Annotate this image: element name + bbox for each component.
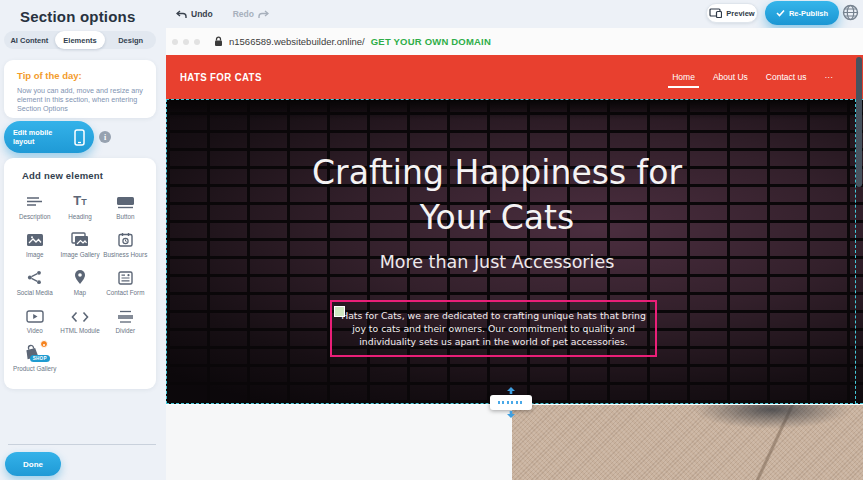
video-icon — [26, 310, 44, 323]
description-icon — [26, 196, 43, 209]
heading-icon: TT — [73, 194, 86, 209]
get-your-own-domain-link[interactable]: GET YOUR OWN DOMAIN — [371, 36, 491, 47]
done-button[interactable]: Done — [5, 452, 61, 476]
resize-arrow-down-icon — [506, 411, 516, 418]
undo-icon — [176, 10, 187, 19]
add-element-social-media[interactable]: Social Media — [12, 265, 57, 303]
hero-paragraph-text: Hats for Cats, we are dedicated to craft… — [341, 310, 646, 347]
grid-empty-cell — [103, 341, 148, 379]
add-element-map[interactable]: Map — [57, 265, 102, 303]
address-bar[interactable]: n1566589.websitebuilder.online/ GET YOUR… — [214, 36, 491, 47]
hero-paragraph-selected[interactable]: Hats for Cats, we are dedicated to craft… — [330, 300, 657, 357]
add-element-video[interactable]: Video — [12, 303, 57, 341]
add-element-business-hours[interactable]: Business Hours — [103, 227, 148, 265]
hero-section-selected[interactable]: Crafting Happiness for Your Cats More th… — [166, 99, 863, 404]
phone-icon — [74, 129, 85, 146]
republish-label: Re-Publish — [789, 9, 828, 18]
sidebar-tabs: AI Content Elements Design — [4, 31, 156, 49]
image-icon — [26, 233, 44, 247]
info-button[interactable]: i — [99, 131, 111, 143]
add-element-description[interactable]: Description — [12, 189, 57, 227]
resize-handle-dashes — [498, 401, 525, 404]
contact-form-icon — [118, 271, 133, 285]
language-globe-button[interactable] — [842, 4, 859, 21]
add-element-divider[interactable]: Divider — [103, 303, 148, 341]
undo-redo-group: Undo Redo — [176, 9, 269, 19]
redo-button[interactable]: Redo — [233, 9, 269, 19]
business-hours-icon — [118, 232, 133, 247]
redo-icon — [258, 10, 269, 19]
page-title: Section options — [20, 8, 136, 25]
site-nav: Home About Us Contact us ··· — [672, 55, 833, 99]
nav-contact-us[interactable]: Contact us — [766, 68, 807, 86]
site-logo[interactable]: HATS FOR CATS — [180, 71, 262, 83]
tab-ai-content[interactable]: AI Content — [4, 31, 55, 49]
add-element-image[interactable]: Image — [12, 227, 57, 265]
section-resize-handle[interactable] — [490, 395, 532, 410]
add-new-element-panel: Add new element Description TT Heading B… — [4, 158, 156, 389]
tip-body: Now you can add, move and resize any ele… — [17, 86, 143, 113]
hero-heading[interactable]: Crafting Happiness for Your Cats — [167, 150, 827, 240]
edit-mobile-layout-label: Edit mobile layout — [13, 128, 67, 146]
element-drag-handle[interactable] — [334, 306, 345, 317]
element-grid: Description TT Heading Button Image Imag… — [12, 189, 148, 379]
add-element-product-gallery[interactable]: SHOP Product Gallery — [12, 341, 57, 379]
edit-mobile-layout-button[interactable]: Edit mobile layout — [4, 121, 94, 153]
undo-button[interactable]: Undo — [176, 9, 213, 19]
tip-of-the-day-card: Tip of the day: Now you can add, move an… — [4, 60, 156, 118]
divider-icon — [117, 310, 134, 323]
add-element-heading[interactable]: TT Heading — [57, 189, 102, 227]
website-builder-app: Section options Undo Redo Preview Re-Pub… — [0, 0, 863, 480]
map-pin-icon — [74, 269, 86, 285]
shop-badge: SHOP — [30, 355, 50, 362]
browser-chrome: n1566589.websitebuilder.online/ GET YOUR… — [166, 28, 863, 55]
globe-icon — [842, 4, 859, 21]
tab-design[interactable]: Design — [105, 31, 156, 49]
site-preview: n1566589.websitebuilder.online/ GET YOUR… — [166, 28, 863, 480]
republish-button[interactable]: Re-Publish — [765, 1, 839, 25]
tab-elements[interactable]: Elements — [55, 31, 106, 49]
button-icon — [116, 196, 135, 209]
preview-label: Preview — [726, 9, 754, 18]
devices-icon — [709, 8, 722, 18]
nav-more-menu[interactable]: ··· — [825, 68, 834, 86]
add-panel-title: Add new element — [22, 170, 148, 181]
preview-button[interactable]: Preview — [706, 3, 758, 23]
resize-arrow-up-icon — [506, 387, 516, 394]
preview-scrollbar[interactable] — [856, 57, 862, 187]
nav-home[interactable]: Home — [672, 68, 695, 86]
hero-subheading[interactable]: More than Just Accessories — [167, 252, 827, 272]
browser-window-dots — [172, 39, 200, 45]
tip-title: Tip of the day: — [17, 70, 143, 81]
url-text: n1566589.websitebuilder.online/ — [229, 36, 365, 47]
redo-label: Redo — [233, 9, 254, 19]
product-gallery-notification-badge — [40, 340, 48, 348]
social-media-icon — [27, 270, 42, 285]
html-module-icon — [71, 311, 89, 323]
check-icon — [776, 9, 785, 17]
add-element-contact-form[interactable]: Contact Form — [103, 265, 148, 303]
image-gallery-icon — [71, 232, 89, 247]
nav-about-us[interactable]: About Us — [713, 68, 748, 86]
undo-label: Undo — [191, 9, 213, 19]
hero-heading-line2: Your Cats — [167, 195, 827, 240]
site-header: HATS FOR CATS Home About Us Contact us ·… — [166, 55, 863, 99]
sand-photo — [512, 405, 863, 480]
sidebar-divider — [8, 444, 156, 445]
add-element-button[interactable]: Button — [103, 189, 148, 227]
add-element-html-module[interactable]: HTML Module — [57, 303, 102, 341]
grid-empty-cell — [57, 341, 102, 379]
hero-heading-line1: Crafting Happiness for — [167, 150, 827, 195]
lock-icon — [214, 36, 223, 47]
add-element-image-gallery[interactable]: Image Gallery — [57, 227, 102, 265]
